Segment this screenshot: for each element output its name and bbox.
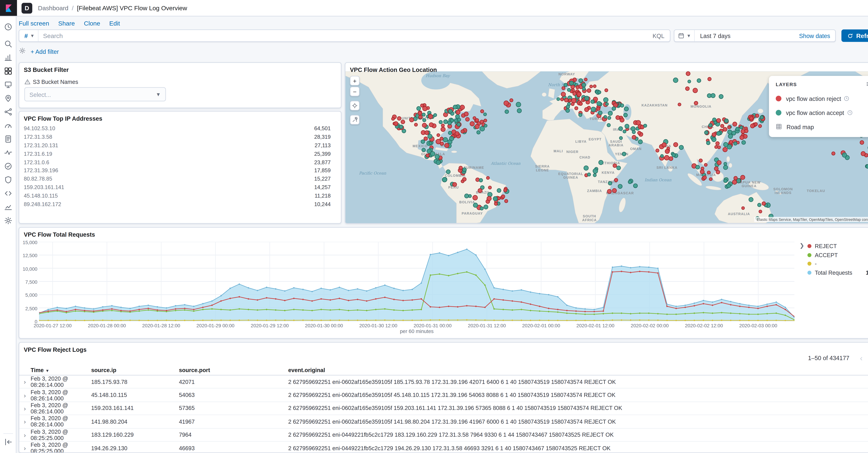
ip-bar-row: 172.31.6.1925,399 [19,149,341,158]
legend-label: Total Requests [815,270,852,276]
layer-item-road-map[interactable]: Road map [769,119,868,134]
svg-text:BOLIVIA: BOLIVIA [459,200,475,204]
x-axis-label: 2020-02-02 00:00 [631,323,669,329]
expand-row-icon[interactable]: › [24,445,31,451]
chevron-down-icon: ▼ [30,33,35,38]
breadcrumb-dashboard[interactable]: Dashboard [38,4,69,11]
ip-value: 23,877 [305,159,341,165]
uptime-icon [4,162,12,173]
legend-toggle-icon[interactable]: ❯ [800,242,804,249]
sidebar-item-management[interactable] [0,215,17,228]
log-table-row: ›Feb 3, 2020 @ 08:25:25.000194.26.29.130… [19,442,868,453]
sidebar-item-canvas[interactable] [0,79,17,92]
previous-page-icon[interactable]: ‹ [856,353,866,363]
legend-swatch [807,262,811,266]
svg-text:MEXICO: MEXICO [413,144,428,148]
road-map-icon [776,123,782,130]
cell-source-port: 42071 [179,379,288,385]
sidebar-item-siem[interactable] [0,174,17,187]
filter-options-gear-icon[interactable] [19,47,26,57]
expand-row-icon[interactable]: › [24,378,31,385]
bar-track [64,134,305,140]
sidebar-item-logs[interactable] [0,133,17,147]
map-controls: + − [350,76,360,125]
side-nav [0,17,17,453]
search-input[interactable] [38,32,647,39]
sidebar-item-uptime[interactable] [0,160,17,174]
map-canvas[interactable]: NORWAYUNITED STATESKAZAKHSTANMONGOLIATUR… [345,71,868,223]
svg-text:EGYPT: EGYPT [589,137,601,141]
sidebar-item-dev-tools[interactable] [0,187,17,201]
cell-time: Feb 3, 2020 @ 08:25:25.000 [31,428,91,441]
column-header-source-ip[interactable]: source.ip [91,367,179,373]
sidebar-item-visualize[interactable] [0,52,17,65]
sidebar-item-metrics[interactable] [0,119,17,133]
cell-time: Feb 3, 2020 @ 08:26:14.000 [31,402,91,415]
legend-item-reject[interactable]: REJECT863 [807,242,868,251]
legend-item-accept[interactable]: ACCEPT253 [807,251,868,260]
refresh-button[interactable]: Refresh [841,30,868,42]
log-table-row: ›Feb 3, 2020 @ 08:26:14.000185.175.93.78… [19,375,868,389]
kibana-logo[interactable] [0,0,17,16]
menu-edit[interactable]: Edit [109,20,120,27]
cell-time: Feb 3, 2020 @ 08:26:14.000 [31,389,91,401]
x-axis-label: 2020-02-03 00:00 [739,323,777,329]
sidebar-item-dashboard[interactable] [0,65,17,79]
bar-track [64,151,305,156]
timeseries-plot[interactable] [39,242,795,321]
zoom-in-button[interactable]: + [350,76,360,85]
add-filter-button[interactable]: + Add filter [31,48,59,55]
collapse-nav-button[interactable] [0,436,17,450]
s3-bucket-select[interactable]: Select... ▼ [24,87,166,101]
map-tools-button[interactable] [350,115,360,124]
svg-text:ZAMBIA: ZAMBIA [587,189,602,193]
panel-s3-bucket-filter: S3 Bucket Filter S3 Bucket Names Select.… [19,62,341,108]
stack-monitoring-icon [4,203,12,213]
cell-event-original: 2 627959692251 eni-0449221fb5c2c1729 183… [288,432,868,438]
column-header-source-port[interactable]: source.port [179,367,288,373]
sidebar-item-stack-monitoring[interactable] [0,201,17,215]
cell-source-ip: 183.129.160.229 [91,432,179,438]
expand-row-icon[interactable]: › [24,431,31,438]
y-axis-label: 5,000 [20,292,37,298]
sidebar-item-recently-viewed[interactable] [0,21,17,35]
top-bar: D Dashboard / [Filebeat AWS] VPC Flow Lo… [0,0,868,17]
space-badge[interactable]: D [22,3,32,13]
column-header-event-original[interactable]: event.original [288,367,868,373]
ip-bar-row: 89.248.162.17210,244 [19,200,341,208]
menu-share[interactable]: Share [58,20,75,27]
filter-set-button[interactable]: # ▼ [19,30,38,41]
menu-clone[interactable]: Clone [84,20,100,27]
layer-item-vpc-flow-action-accept[interactable]: vpc flow action accept [769,105,868,120]
fit-to-bounds-button[interactable] [350,101,360,111]
sidebar-item-machine-learning[interactable] [0,106,17,119]
y-axis-label: 10,000 [20,266,37,272]
expand-row-icon[interactable]: › [24,418,31,425]
y-axis-label: 12,500 [20,253,37,259]
expand-row-icon[interactable]: › [24,405,31,412]
x-axis-label: 2020-01-29 12:00 [251,323,289,329]
expand-row-icon[interactable]: › [24,392,31,398]
layer-item-vpc-flow-action-reject[interactable]: vpc flow action reject [769,91,868,105]
svg-text:ETHIOPIA: ETHIOPIA [602,161,620,165]
menu-full-screen[interactable]: Full screen [19,20,49,27]
legend-item--[interactable]: -110 [807,260,868,268]
sidebar-item-apm[interactable] [0,147,17,160]
refresh-icon [847,33,854,39]
ip-value: 11,218 [305,192,341,199]
zoom-out-button[interactable]: − [350,87,360,96]
metrics-icon [4,121,12,131]
ip-value: 15,227 [305,176,341,182]
sidebar-item-discover[interactable] [0,38,17,52]
kql-button[interactable]: KQL [647,32,670,39]
column-header-time[interactable]: Time▼ [31,367,91,373]
sidebar-item-maps[interactable] [0,92,17,106]
ip-bar-row: 172.31.20.13127,113 [19,141,341,149]
collapse-layers-icon[interactable] [866,81,868,88]
calendar-button[interactable]: ▼ [675,30,695,41]
svg-text:SURINAME: SURINAME [464,165,484,170]
svg-text:Indian Ocean: Indian Ocean [645,178,672,182]
show-dates-button[interactable]: Show dates [799,32,835,39]
legend-item-total-requests[interactable]: Total Requests1,226 [807,268,868,277]
time-range-label[interactable]: Last 7 days [695,32,731,39]
